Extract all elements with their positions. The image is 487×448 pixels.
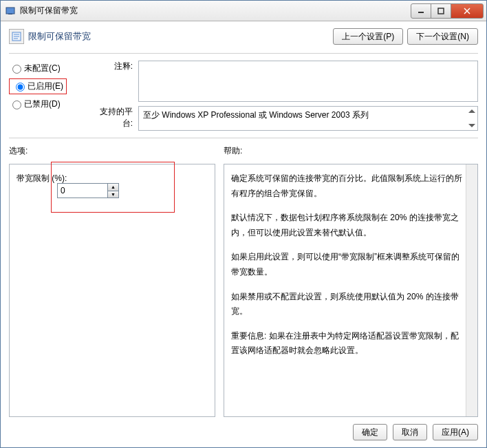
divider-2 (9, 138, 478, 138)
spin-down-button[interactable]: ▼ (107, 191, 118, 198)
radio-enabled-input[interactable] (16, 83, 25, 92)
options-box: 带宽限制 (%): ▲ ▼ (9, 164, 215, 417)
divider (9, 53, 478, 54)
window-title: 限制可保留带宽 (20, 5, 411, 17)
radio-enabled-label: 已启用(E) (28, 81, 63, 92)
options-label: 选项: (9, 145, 215, 157)
header-row: 限制可保留带宽 上一个设置(P) 下一个设置(N) (9, 28, 478, 45)
policy-icon (9, 29, 24, 44)
platform-box: 至少 Windows XP Professional 或 Windows Ser… (138, 106, 478, 131)
content: 限制可保留带宽 上一个设置(P) 下一个设置(N) 未配置(C) 已启用(E) … (1, 21, 486, 447)
page-title: 限制可保留带宽 (28, 30, 333, 43)
apply-button[interactable]: 应用(A) (433, 424, 478, 440)
spin-up-button[interactable]: ▲ (107, 184, 118, 191)
maximize-button[interactable] (431, 3, 451, 19)
radio-not-configured-label: 未配置(C) (24, 63, 61, 74)
minimize-button[interactable] (411, 3, 431, 19)
cancel-button[interactable]: 取消 (393, 424, 427, 440)
help-p2: 默认情况下，数据包计划程序将系统限制在 20% 的连接带宽之内，但可以使用此设置… (231, 211, 464, 240)
body-row: 选项: 带宽限制 (%): ▲ ▼ (9, 145, 478, 417)
radio-enabled[interactable]: 已启用(E) (9, 78, 91, 94)
close-button[interactable] (451, 3, 484, 19)
help-p3: 如果启用此设置，则可以使用“带宽限制”框来调整系统可保留的带宽数量。 (231, 250, 464, 279)
scroll-up-icon[interactable] (468, 109, 475, 113)
prev-setting-button[interactable]: 上一个设置(P) (333, 28, 403, 45)
radio-disabled-input[interactable] (12, 100, 21, 109)
scroll-down-icon[interactable] (468, 124, 475, 127)
svg-rect-3 (438, 8, 444, 14)
help-p1: 确定系统可保留的连接带宽的百分比。此值限制系统上运行的所有程序的组合带宽保留。 (231, 171, 464, 201)
comment-label: 注释: (91, 61, 138, 72)
titlebar: 限制可保留带宽 (1, 1, 486, 21)
ok-button[interactable]: 确定 (353, 424, 387, 440)
radio-not-configured[interactable]: 未配置(C) (9, 61, 91, 76)
svg-rect-1 (8, 14, 12, 14)
radio-disabled-label: 已禁用(D) (24, 98, 61, 110)
radio-disabled[interactable]: 已禁用(D) (9, 96, 91, 111)
footer: 确定 取消 应用(A) (9, 417, 478, 440)
help-pane: 帮助: 确定系统可保留的连接带宽的百分比。此值限制系统上运行的所有程序的组合带宽… (224, 145, 478, 417)
app-icon (5, 6, 16, 17)
radio-not-configured-input[interactable] (12, 65, 21, 74)
state-radios: 未配置(C) 已启用(E) 已禁用(D) (9, 61, 91, 131)
platform-value: 至少 Windows XP Professional 或 Windows Ser… (143, 110, 369, 120)
help-label: 帮助: (224, 145, 478, 157)
help-p4: 如果禁用或不配置此设置，则系统使用默认值为 20% 的连接带宽。 (231, 290, 464, 319)
help-box: 确定系统可保留的连接带宽的百分比。此值限制系统上运行的所有程序的组合带宽保留。 … (224, 164, 478, 417)
window-controls (411, 3, 484, 19)
help-scrollbar[interactable] (466, 164, 477, 416)
platform-label: 支持的平台: (91, 106, 138, 129)
next-setting-button[interactable]: 下一个设置(N) (407, 28, 478, 45)
comment-textarea[interactable] (138, 61, 478, 102)
options-pane: 选项: 带宽限制 (%): ▲ ▼ (9, 145, 215, 417)
help-p5: 重要信息: 如果在注册表中为特定网络适配器设置带宽限制，配置该网络适配器时就会忽… (231, 329, 464, 359)
svg-rect-0 (6, 8, 14, 14)
config-row: 未配置(C) 已启用(E) 已禁用(D) 注释: 支持的平台: 至少 (9, 61, 478, 131)
bandwidth-highlight: ▲ ▼ (51, 162, 175, 213)
